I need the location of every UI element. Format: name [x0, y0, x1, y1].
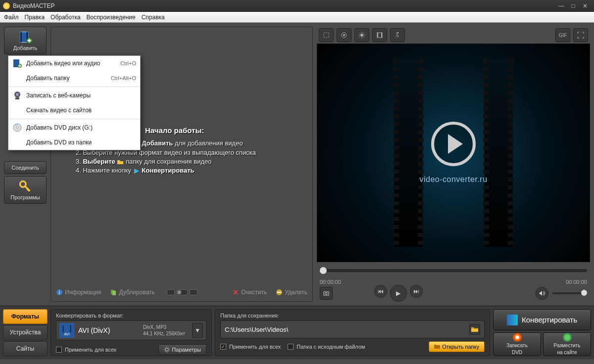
- maximize-button[interactable]: □: [567, 2, 579, 9]
- svg-rect-12: [277, 292, 281, 293]
- save-path: C:\Users\User\Videos\: [225, 326, 466, 333]
- action-panel: Конвертировать ЗаписатьDVD Разместитьна …: [493, 309, 591, 356]
- post-online-button[interactable]: Разместитьна сайте: [543, 332, 591, 356]
- crop-button[interactable]: [319, 28, 334, 42]
- dd-dvd-disc[interactable]: Добавить DVD диск (G:): [8, 120, 140, 135]
- camera-icon: [323, 290, 329, 296]
- burn-dvd-button[interactable]: ЗаписатьDVD: [493, 332, 541, 356]
- minimize-button[interactable]: —: [555, 2, 567, 9]
- seek-knob[interactable]: [320, 267, 327, 274]
- volume-slider[interactable]: [552, 292, 587, 294]
- join-button-label: Соединить: [11, 165, 39, 171]
- format-name: AVI (DivX): [78, 326, 110, 334]
- duplicate-button[interactable]: Дублировать: [110, 289, 154, 296]
- effects-button[interactable]: [337, 28, 351, 42]
- next-button[interactable]: ⏭: [410, 285, 423, 298]
- dd-webcam[interactable]: Записать с веб-камеры: [8, 88, 140, 103]
- info-button[interactable]: iИнформация: [56, 289, 101, 296]
- gif-label: GIF: [559, 33, 567, 38]
- speaker-icon: [539, 290, 545, 296]
- speed-button[interactable]: [390, 28, 405, 42]
- list-actions-bar: iИнформация Дублировать Очистить Удалить: [56, 286, 307, 298]
- add-media-icon: [12, 58, 22, 68]
- webcam-icon: [12, 91, 22, 100]
- dd-add-media[interactable]: Добавить видео или аудио Ctrl+O: [8, 56, 140, 71]
- time-current: 00:00:00: [320, 279, 341, 285]
- preview-toolbar: GIF: [317, 27, 590, 44]
- instruction-line-4: 4. Нажмите кнопку Конвертировать: [76, 167, 256, 175]
- programs-button-label: Программы: [10, 194, 40, 200]
- save-apply-all-checkbox[interactable]: ✓Применить для всех: [220, 344, 281, 350]
- browse-folder-button[interactable]: [469, 324, 480, 335]
- film-add-icon: [18, 30, 32, 44]
- lens-icon: [341, 32, 347, 39]
- svg-rect-27: [15, 97, 19, 99]
- gear-icon: [164, 347, 170, 353]
- clear-icon: [232, 289, 239, 296]
- gif-button[interactable]: GIF: [555, 28, 570, 42]
- add-button[interactable]: Добавить: [4, 27, 47, 54]
- seek-bar[interactable]: [320, 269, 587, 272]
- app-logo-icon: [3, 2, 10, 9]
- add-button-label: Добавить: [13, 45, 38, 51]
- svg-rect-1: [20, 32, 22, 43]
- format-dropdown-arrow[interactable]: ▼: [192, 323, 203, 338]
- video-preview[interactable]: video-converter.ru: [317, 44, 590, 262]
- menu-edit[interactable]: Правка: [25, 14, 45, 21]
- convert-icon: [507, 315, 518, 325]
- convert-button[interactable]: Конвертировать: [493, 309, 591, 330]
- volume-button[interactable]: [536, 287, 548, 300]
- text-button[interactable]: [372, 28, 387, 42]
- film-icon: [376, 32, 383, 39]
- menubar: Файл Правка Обработка Воспроизведение Сп…: [0, 12, 594, 23]
- delete-button[interactable]: Удалить: [276, 289, 307, 296]
- svg-point-33: [165, 348, 168, 351]
- instruction-line-3: 3. Выберите папку для сохранения видео: [76, 158, 256, 166]
- clear-button[interactable]: Очистить: [232, 289, 267, 296]
- source-folder-checkbox[interactable]: Папка с исходным файлом: [288, 344, 365, 350]
- close-button[interactable]: ✕: [579, 2, 591, 9]
- folder-open-icon: [434, 344, 440, 349]
- format-panel: Конвертировать в формат: AVI AVI (DivX) …: [50, 309, 212, 356]
- dd-separator: [8, 87, 140, 87]
- run-icon: [394, 32, 401, 39]
- open-folder-button[interactable]: Открыть папку: [429, 341, 485, 352]
- fmt-apply-all-checkbox[interactable]: Применить для всех: [56, 347, 116, 353]
- player-controls: ⏮ ▶ ⏭: [317, 285, 590, 302]
- programs-button[interactable]: Программы: [4, 176, 47, 204]
- play-button[interactable]: ▶: [390, 285, 407, 302]
- folder-icon: [471, 326, 478, 332]
- svg-point-20: [397, 32, 399, 34]
- fullscreen-icon: [577, 32, 584, 39]
- play-icon: [431, 122, 476, 166]
- avi-icon: AVI: [59, 323, 74, 338]
- tab-devices[interactable]: Устройства: [3, 325, 48, 340]
- volume-knob[interactable]: [581, 290, 587, 296]
- view-toggle[interactable]: [167, 289, 198, 295]
- tab-sites[interactable]: Сайты: [3, 341, 48, 356]
- fullscreen-button[interactable]: [573, 28, 588, 42]
- dd-separator: [8, 119, 140, 119]
- menu-process[interactable]: Обработка: [50, 14, 81, 21]
- sun-icon: [358, 32, 365, 39]
- snapshot-button[interactable]: [320, 287, 333, 300]
- bottom-tabs: Форматы Устройства Сайты: [3, 309, 48, 356]
- save-path-row: C:\Users\User\Videos\: [220, 320, 485, 338]
- preview-panel: GIF video-converter.ru 00:00:00 00:00:00…: [317, 27, 590, 302]
- tab-formats[interactable]: Форматы: [3, 309, 48, 324]
- key-icon: [18, 180, 32, 193]
- menu-file[interactable]: Файл: [4, 14, 19, 21]
- dd-add-folder[interactable]: Добавить папку Ctrl+Alt+O: [8, 71, 140, 86]
- format-selector[interactable]: AVI AVI (DivX) DivX, MP344,1 KHz, 256Кби…: [56, 320, 206, 340]
- dd-download[interactable]: Скачать видео с сайтов: [8, 103, 140, 118]
- svg-rect-18: [377, 33, 378, 38]
- settings-button[interactable]: Параметры: [158, 344, 206, 355]
- menu-help[interactable]: Справка: [142, 14, 165, 21]
- menu-playback[interactable]: Воспроизведение: [87, 14, 136, 21]
- window-title: ВидеоМАСТЕР: [13, 2, 555, 9]
- prev-button[interactable]: ⏮: [374, 285, 387, 298]
- join-button[interactable]: Соединить: [4, 161, 47, 174]
- brightness-button[interactable]: [354, 28, 369, 42]
- save-panel: Папка для сохранения: C:\Users\User\Vide…: [215, 309, 490, 356]
- dd-dvd-folder[interactable]: Добавить DVD из папки: [8, 135, 140, 150]
